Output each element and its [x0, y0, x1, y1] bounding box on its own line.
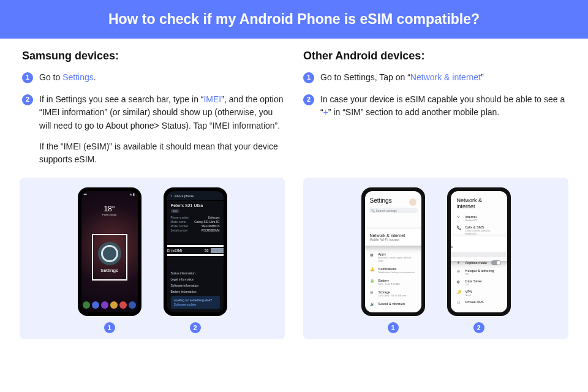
imei-esim-highlight: IMEI (eSIM) 35 [167, 245, 224, 256]
other-heading: Other Android devices: [303, 50, 566, 62]
row-key: Model number [171, 225, 189, 228]
other-phone-1-wrap: Settings 🔍 Search settings ᯤ Network & i… [361, 187, 425, 333]
step-number-badge: 2 [22, 94, 33, 105]
step-number-badge: 1 [22, 72, 33, 83]
network-internet-sub: Mobile, Wi-Fi, hotspot [370, 238, 405, 241]
vpn-icon: 🔑 [457, 290, 462, 294]
bell-icon: 🔔 [370, 267, 375, 271]
other-step-1: 1 Go to Settings, Tap on “Network & inte… [303, 71, 566, 85]
samsung-phone-1-wrap: •••▲ ▮ 18° Partly cloudy Settings [78, 187, 141, 333]
content-columns: Samsung devices: 1 Go to Settings. 2 If … [0, 39, 588, 175]
hotspot-icon: ⊚ [457, 269, 462, 273]
samsung-phone-2-wrap: ‹ About phone Peter's S21 Ultra Edit Pho… [164, 187, 227, 333]
sims-label: SIMs [451, 239, 507, 243]
imei-masked [211, 248, 224, 253]
toggle-switch [491, 260, 501, 265]
row-key: Model name [171, 221, 186, 224]
weather-temp: 18° [102, 205, 116, 213]
samsung-phone-1: •••▲ ▮ 18° Partly cloudy Settings [78, 187, 141, 316]
screenshot-number-badge: 2 [473, 322, 484, 333]
dns-icon: ⎔ [457, 300, 462, 304]
list-item: Software information [171, 284, 220, 287]
screenshot-number-badge: 1 [388, 322, 399, 333]
list-sub: China Unicom (default), RedteaGO [465, 229, 500, 235]
text: Go to Settings, Tap on “ [320, 72, 410, 82]
step-body: Go to Settings. [39, 71, 285, 85]
row-value: Unknown [208, 216, 220, 219]
imei-link[interactable]: IMEI [203, 94, 221, 104]
network-internet-title: Network & internet [370, 233, 405, 238]
other-phone-2: Network & internet ᯤInternetRedteaGO 📞Ca… [447, 187, 511, 316]
phone-icon: 📞 [457, 225, 462, 230]
network-internet-highlight: ᯤ Network & internet Mobile, Wi-Fi, hots… [365, 229, 421, 246]
text: If in Settings you see a search bar, typ… [39, 94, 203, 104]
samsung-screenshots-card: •••▲ ▮ 18° Partly cloudy Settings [20, 178, 285, 339]
list-title: Private DNS [466, 300, 484, 304]
text: ” [481, 72, 484, 82]
step-body: If in Settings you see a search bar, typ… [39, 93, 285, 167]
other-step-2: 2 In case your device is eSIM capable yo… [303, 93, 566, 119]
weather-widget: 18° Partly cloudy [102, 205, 116, 216]
other-column: Other Android devices: 1 Go to Settings,… [303, 50, 566, 175]
other-phone-1: Settings 🔍 Search settings ᯤ Network & i… [361, 187, 425, 316]
list-title: Airplane mode [466, 261, 487, 265]
list-item: Battery information [171, 290, 220, 293]
settings-link[interactable]: Settings [62, 72, 94, 82]
settings-icon-highlight: Settings [92, 234, 127, 281]
row-key: Serial number [171, 229, 188, 232]
ask-title: Looking for something else? [174, 298, 217, 302]
row-value: Galaxy S21 Ultra 5G [194, 221, 219, 224]
imei-prefix: 35 [205, 249, 209, 252]
samsung-step-1: 1 Go to Settings. [22, 71, 285, 85]
battery-icon: 🔋 [370, 279, 375, 283]
text: Go to [39, 72, 62, 82]
step-body: Go to Settings, Tap on “Network & intern… [320, 71, 566, 85]
sim-slot-placeholder [451, 252, 506, 257]
weather-sub: Partly cloudy [102, 213, 116, 216]
screenshot-row: •••▲ ▮ 18° Partly cloudy Settings [0, 178, 588, 339]
back-icon: ‹ [171, 194, 172, 198]
dock-row [81, 301, 138, 309]
edit-button: Edit [171, 209, 180, 213]
samsung-column: Samsung devices: 1 Go to Settings. 2 If … [22, 50, 285, 175]
search-placeholder: Search settings [376, 209, 397, 213]
row-value: R5CR30E8VM [202, 229, 220, 232]
network-internet-title: Network & internet [451, 191, 507, 213]
step-number-badge: 2 [303, 94, 314, 105]
about-phone-title: About phone [175, 194, 194, 198]
wifi-icon: ᯤ [457, 215, 462, 219]
list-sub: Assistant, recent apps, default apps [378, 256, 416, 262]
gear-icon [98, 242, 121, 265]
text: ” in “SIM” section to add another mobile… [328, 107, 499, 117]
other-phone-2-wrap: Network & internet ᯤInternetRedteaGO 📞Ca… [447, 187, 511, 333]
step-body: In case your device is eSIM capable you … [320, 93, 566, 119]
profile-avatar-icon [409, 198, 417, 206]
imei-esim-label: IMEI (eSIM) [167, 249, 183, 252]
list-title: Sound & vibration [379, 302, 405, 306]
sims-sub: RedTea [451, 245, 507, 249]
looking-for-card: Looking for something else? Software upd… [171, 296, 220, 309]
ask-sub: Software update [174, 303, 217, 306]
about-phone-header: ‹ About phone [167, 191, 224, 201]
list-sub: Off [466, 273, 494, 276]
search-icon: 🔍 [371, 209, 375, 213]
airplane-icon: ✈ [457, 260, 462, 265]
list-item: Legal information [171, 277, 220, 281]
list-item: Status information [171, 271, 220, 275]
hero-banner: How to check if my Android Phone is eSIM… [0, 0, 588, 39]
search-settings-bar: 🔍 Search settings [369, 208, 418, 213]
network-internet-link[interactable]: Network & internet [410, 72, 481, 82]
list-title: Hotspot & tethering [466, 269, 494, 273]
samsung-heading: Samsung devices: [22, 50, 285, 62]
list-sub: RedteaGO [466, 219, 477, 222]
settings-label: Settings [100, 268, 118, 273]
list-sub: Off [466, 283, 483, 286]
samsung-phone-2: ‹ About phone Peter's S21 Ultra Edit Pho… [164, 187, 227, 316]
text: If the “IMEI (eSIM)” is available it sho… [39, 140, 285, 167]
list-sub: 64% · Until 3:00 AM [379, 282, 400, 285]
screenshot-number-badge: 1 [104, 322, 115, 333]
text: . [94, 72, 96, 82]
row-key: Phone number [171, 216, 189, 219]
sims-highlight: SIMs RedTea ▭ + [451, 236, 507, 261]
step-number-badge: 1 [303, 72, 314, 83]
